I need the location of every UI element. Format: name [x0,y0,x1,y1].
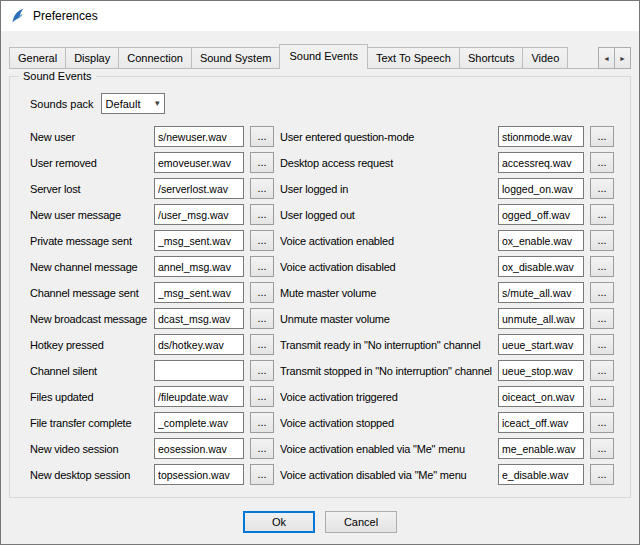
browse-button[interactable]: ... [590,282,614,303]
sound-event-label: File transfer complete [30,417,148,429]
sound-file-input[interactable] [498,178,584,199]
sound-file-input[interactable] [498,256,584,277]
sound-file-input[interactable] [154,204,244,225]
browse-button[interactable]: ... [250,360,274,381]
tab-scroll-buttons: ◄ ► [599,47,631,69]
sound-event-label: New channel message [30,261,148,273]
browse-button[interactable]: ... [250,412,274,433]
browse-button[interactable]: ... [590,464,614,485]
browse-button[interactable]: ... [590,386,614,407]
scroll-left-icon: ◄ [603,55,610,62]
browse-button[interactable]: ... [590,412,614,433]
sound-file-input[interactable] [154,464,244,485]
sound-file-input[interactable] [154,412,244,433]
browse-button[interactable]: ... [250,178,274,199]
sound-event-label: Voice activation stopped [280,417,492,429]
tab-sound-system[interactable]: Sound System [191,47,281,69]
sound-event-label: User removed [30,157,148,169]
browse-button[interactable]: ... [250,230,274,251]
browse-button[interactable]: ... [250,308,274,329]
tab-sound-events[interactable]: Sound Events [279,44,368,69]
tab-general[interactable]: General [9,47,66,69]
sound-file-input[interactable] [154,308,244,329]
sound-event-label: Mute master volume [280,287,492,299]
sound-event-label: User logged in [280,183,492,195]
group-title: Sound Events [19,70,96,82]
browse-button[interactable]: ... [590,126,614,147]
sound-event-label: Voice activation triggered [280,391,492,403]
sound-event-label: Transmit stopped in "No interruption" ch… [280,365,492,377]
sound-event-label: Voice activation disabled via "Me" menu [280,469,492,481]
sound-file-input[interactable] [498,464,584,485]
cancel-button[interactable]: Cancel [325,511,397,533]
sound-file-input[interactable] [498,438,584,459]
tab-bar: GeneralDisplayConnectionSound SystemSoun… [9,44,597,69]
sound-file-input[interactable] [498,386,584,407]
sound-event-label: Voice activation enabled [280,235,492,247]
sound-file-input[interactable] [154,282,244,303]
chevron-down-icon: ▾ [155,99,160,108]
tab-scroll-right-button[interactable]: ► [614,47,631,69]
teamtalk-app-icon [10,8,26,24]
sound-file-input[interactable] [154,438,244,459]
browse-button[interactable]: ... [590,178,614,199]
browse-button[interactable]: ... [590,308,614,329]
sound-event-label: Server lost [30,183,148,195]
title-bar: Preferences [1,1,639,31]
sound-file-input[interactable] [498,360,584,381]
sound-event-label: Private message sent [30,235,148,247]
sounds-pack-value: Default [106,98,141,110]
sound-event-label: Voice activation disabled [280,261,492,273]
sound-file-input[interactable] [498,334,584,355]
scroll-right-icon: ► [619,55,626,62]
browse-button[interactable]: ... [590,230,614,251]
sound-file-input[interactable] [154,152,244,173]
browse-button[interactable]: ... [250,152,274,173]
sound-file-input[interactable] [498,152,584,173]
sound-file-input[interactable] [498,230,584,251]
sound-file-input[interactable] [154,178,244,199]
browse-button[interactable]: ... [250,464,274,485]
browse-button[interactable]: ... [250,386,274,407]
browse-button[interactable]: ... [590,152,614,173]
sound-event-label: Voice activation enabled via "Me" menu [280,443,492,455]
sound-events-group: Sound Events Sounds pack Default ▾ New u… [9,76,631,498]
tab-connection[interactable]: Connection [118,47,192,69]
sound-file-input[interactable] [498,282,584,303]
sound-event-label: Transmit ready in "No interruption" chan… [280,339,492,351]
sound-file-input[interactable] [498,308,584,329]
tab-video[interactable]: Video [522,47,568,69]
browse-button[interactable]: ... [590,438,614,459]
browse-button[interactable]: ... [250,126,274,147]
ok-button[interactable]: Ok [243,511,315,533]
sound-event-label: Unmute master volume [280,313,492,325]
sound-file-input[interactable] [498,126,584,147]
tab-shortcuts[interactable]: Shortcuts [459,47,523,69]
sound-file-input[interactable] [498,412,584,433]
browse-button[interactable]: ... [590,334,614,355]
browse-button[interactable]: ... [590,204,614,225]
browse-button[interactable]: ... [250,282,274,303]
sound-file-input[interactable] [498,204,584,225]
browse-button[interactable]: ... [250,334,274,355]
browse-button[interactable]: ... [250,438,274,459]
sound-event-label: Hotkey pressed [30,339,148,351]
tab-text-to-speech[interactable]: Text To Speech [367,47,460,69]
sound-file-input[interactable] [154,334,244,355]
browse-button[interactable]: ... [250,204,274,225]
sounds-pack-select[interactable]: Default ▾ [101,93,165,114]
browse-button[interactable]: ... [590,256,614,277]
sound-file-input[interactable] [154,386,244,407]
tab-scroll-left-button[interactable]: ◄ [598,47,615,69]
sound-events-grid: New user...User entered question-mode...… [30,126,622,485]
sound-event-label: Files updated [30,391,148,403]
preferences-dialog: Preferences GeneralDisplayConnectionSoun… [0,0,640,545]
sound-file-input[interactable] [154,230,244,251]
sound-event-label: New user [30,131,148,143]
sound-file-input[interactable] [154,360,244,381]
tab-display[interactable]: Display [65,47,119,69]
sound-file-input[interactable] [154,256,244,277]
browse-button[interactable]: ... [590,360,614,381]
sound-file-input[interactable] [154,126,244,147]
browse-button[interactable]: ... [250,256,274,277]
